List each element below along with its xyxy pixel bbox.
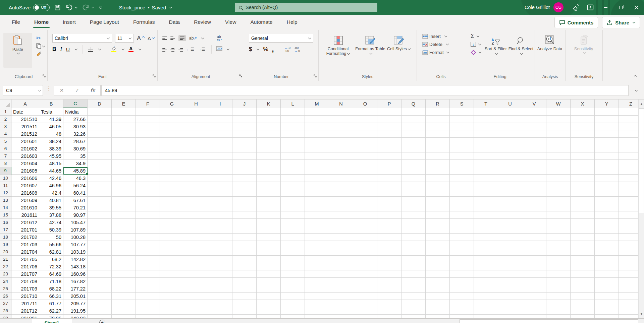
cell-R9[interactable] — [426, 167, 450, 175]
cell-S7[interactable] — [450, 152, 474, 160]
cell-B9[interactable]: 44.65 — [39, 167, 63, 175]
cell-Z27[interactable] — [619, 300, 638, 307]
cell-E20[interactable] — [112, 248, 136, 256]
cell-X16[interactable] — [571, 219, 595, 226]
cell-D19[interactable] — [88, 241, 112, 248]
scroll-up-icon[interactable]: ▲ — [639, 100, 644, 108]
cell-E11[interactable] — [112, 182, 136, 189]
cell-H28[interactable] — [184, 307, 208, 315]
cell-T5[interactable] — [474, 138, 498, 145]
cell-V11[interactable] — [522, 182, 546, 189]
cell-J23[interactable] — [232, 270, 257, 278]
cell-A24[interactable]: 201708 — [11, 278, 39, 285]
cell-S6[interactable] — [450, 145, 474, 152]
cell-J15[interactable] — [232, 211, 257, 219]
cell-U18[interactable] — [498, 234, 522, 241]
cell-Y8[interactable] — [595, 160, 619, 167]
cell-I2[interactable] — [208, 116, 232, 123]
cell-G22[interactable] — [160, 263, 184, 270]
cell-E9[interactable] — [112, 167, 136, 175]
cell-O14[interactable] — [353, 204, 377, 211]
cell-V24[interactable] — [522, 278, 546, 285]
cell-P21[interactable] — [377, 256, 401, 263]
cell-X8[interactable] — [571, 160, 595, 167]
cell-J20[interactable] — [232, 248, 257, 256]
tab-review[interactable]: Review — [187, 15, 218, 29]
cell-G5[interactable] — [160, 138, 184, 145]
cell-I21[interactable] — [208, 256, 232, 263]
cell-N22[interactable] — [329, 263, 353, 270]
row-header-25[interactable]: 25 — [0, 285, 11, 293]
cell-X1[interactable] — [571, 108, 595, 116]
column-header-R[interactable]: R — [426, 100, 450, 108]
autosave-switch[interactable]: Off — [33, 4, 50, 11]
cell-Y4[interactable] — [595, 130, 619, 138]
cell-D2[interactable] — [88, 116, 112, 123]
cell-P27[interactable] — [377, 300, 401, 307]
cell-H7[interactable] — [184, 152, 208, 160]
cell-C2[interactable]: 27.66 — [63, 116, 88, 123]
cell-R21[interactable] — [426, 256, 450, 263]
cell-L27[interactable] — [281, 300, 305, 307]
cell-T21[interactable] — [474, 256, 498, 263]
cell-D16[interactable] — [88, 219, 112, 226]
cell-Q6[interactable] — [401, 145, 426, 152]
cell-L22[interactable] — [281, 263, 305, 270]
cell-W7[interactable] — [546, 152, 571, 160]
cell-I4[interactable] — [208, 130, 232, 138]
cell-P19[interactable] — [377, 241, 401, 248]
column-header-A[interactable]: A — [11, 100, 39, 108]
row-header-9[interactable]: 9 — [0, 167, 11, 175]
cell-N23[interactable] — [329, 270, 353, 278]
cell-L16[interactable] — [281, 219, 305, 226]
column-header-Q[interactable]: Q — [401, 100, 426, 108]
row-header-23[interactable]: 23 — [0, 270, 11, 278]
cell-I19[interactable] — [208, 241, 232, 248]
cell-Y10[interactable] — [595, 175, 619, 182]
cell-H6[interactable] — [184, 145, 208, 152]
cell-C14[interactable]: 70.21 — [63, 204, 88, 211]
cell-Q14[interactable] — [401, 204, 426, 211]
cell-S26[interactable] — [450, 293, 474, 300]
column-header-V[interactable]: V — [522, 100, 546, 108]
cell-K12[interactable] — [257, 189, 281, 197]
cell-E16[interactable] — [112, 219, 136, 226]
align-left-button[interactable] — [162, 47, 167, 52]
cell-K23[interactable] — [257, 270, 281, 278]
cell-A5[interactable]: 201601 — [11, 138, 39, 145]
cell-F24[interactable] — [136, 278, 160, 285]
cell-H3[interactable] — [184, 123, 208, 130]
cell-J4[interactable] — [232, 130, 257, 138]
cell-Y13[interactable] — [595, 197, 619, 204]
cell-E19[interactable] — [112, 241, 136, 248]
cell-Z25[interactable] — [619, 285, 638, 293]
cell-X3[interactable] — [571, 123, 595, 130]
cell-K20[interactable] — [257, 248, 281, 256]
cell-S16[interactable] — [450, 219, 474, 226]
cell-F16[interactable] — [136, 219, 160, 226]
cell-C26[interactable]: 205.01 — [63, 293, 88, 300]
cell-K18[interactable] — [257, 234, 281, 241]
row-header-24[interactable]: 24 — [0, 278, 11, 285]
cell-X24[interactable] — [571, 278, 595, 285]
cell-I23[interactable] — [208, 270, 232, 278]
cell-N15[interactable] — [329, 211, 353, 219]
cell-W13[interactable] — [546, 197, 571, 204]
cell-N20[interactable] — [329, 248, 353, 256]
cell-O23[interactable] — [353, 270, 377, 278]
cell-A27[interactable]: 201711 — [11, 300, 39, 307]
cell-J21[interactable] — [232, 256, 257, 263]
cell-G13[interactable] — [160, 197, 184, 204]
cell-S19[interactable] — [450, 241, 474, 248]
column-header-P[interactable]: P — [377, 100, 401, 108]
cell-S23[interactable] — [450, 270, 474, 278]
cell-V10[interactable] — [522, 175, 546, 182]
cell-Y6[interactable] — [595, 145, 619, 152]
cell-Y16[interactable] — [595, 219, 619, 226]
cell-K8[interactable] — [257, 160, 281, 167]
cell-V20[interactable] — [522, 248, 546, 256]
cell-R16[interactable] — [426, 219, 450, 226]
cell-C19[interactable]: 107.77 — [63, 241, 88, 248]
cell-P10[interactable] — [377, 175, 401, 182]
expand-formula-bar-button[interactable] — [630, 85, 641, 96]
